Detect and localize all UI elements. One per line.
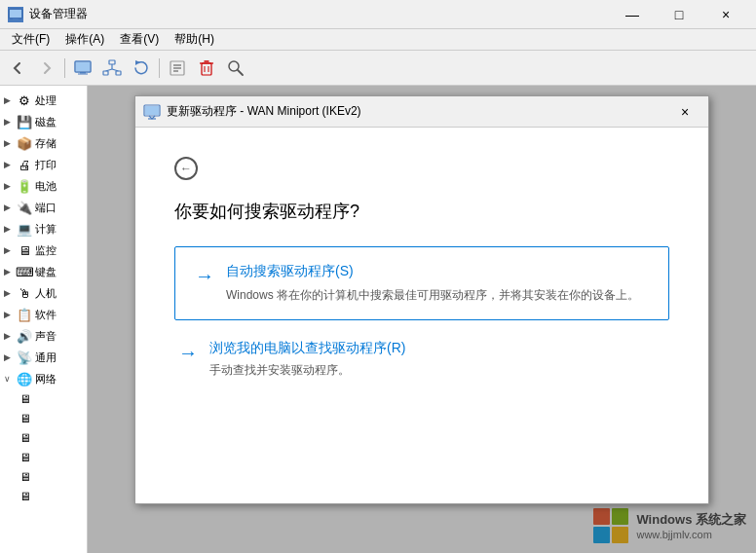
sidebar-item-human[interactable]: ▶ 🖱 人机 [0,282,87,304]
storage-icon: 📦 [16,134,33,152]
browse-option[interactable]: → 浏览我的电脑以查找驱动程序(R) 手动查找并安装驱动程序。 [174,340,669,379]
sidebar-item-label: 通用 [35,350,57,365]
sidebar-item-processors[interactable]: ▶ ⚙ 处理 [0,90,87,111]
close-button[interactable]: × [703,0,748,29]
dialog-question: 你要如何搜索驱动程序? [174,200,669,223]
modal-overlay: 更新驱动程序 - WAN Miniport (IKEv2) × ← 你要如何搜索… [88,86,756,553]
network-icon: 🌐 [16,370,33,387]
menu-help[interactable]: 帮助(H) [167,29,222,51]
expand-arrow: ▶ [4,160,16,169]
main-area: ▶ ⚙ 处理 ▶ 💾 磁盘 ▶ 📦 存储 ▶ 🖨 打印 ▶ 🔋 电池 ▶ 🔌 端… [0,86,756,553]
battery-icon: 🔋 [16,177,33,195]
sidebar-item-software[interactable]: ▶ 📋 软件 [0,304,87,325]
network-subitem-2[interactable]: 🖥 [16,409,87,428]
device-tree-sidebar: ▶ ⚙ 处理 ▶ 💾 磁盘 ▶ 📦 存储 ▶ 🖨 打印 ▶ 🔋 电池 ▶ 🔌 端… [0,86,88,553]
window-titlebar: 设备管理器 — □ × [0,0,756,29]
sidebar-item-label: 端口 [35,201,57,215]
network-subitem-6[interactable]: 🖥 [16,487,87,506]
expand-arrow: ▶ [4,267,16,276]
expand-arrow: ∨ [4,374,16,384]
expand-arrow: ▶ [4,224,16,234]
sidebar-item-battery[interactable]: ▶ 🔋 电池 [0,175,87,197]
back-arrow-icon: ← [174,157,198,180]
sidebar-item-label: 键盘 [35,265,57,279]
sidebar-item-label: 电池 [35,179,57,194]
toolbar-computer[interactable] [69,55,96,82]
expand-arrow: ▶ [4,288,16,298]
disk-icon: 💾 [16,113,33,130]
svg-rect-3 [11,20,20,22]
expand-arrow: ▶ [4,331,16,341]
sidebar-item-label: 存储 [35,136,57,151]
sidebar-item-label: 处理 [35,93,57,108]
svg-rect-8 [109,60,115,64]
svg-rect-5 [76,62,90,71]
network-subitem-5[interactable]: 🖥 [16,467,87,487]
svg-rect-7 [78,73,88,74]
print-icon: 🖨 [16,156,33,173]
svg-rect-6 [80,72,86,74]
svg-rect-19 [202,63,211,75]
sidebar-item-label: 打印 [35,158,57,172]
dialog-title: 更新驱动程序 - WAN Miniport (IKEv2) [167,103,669,120]
sidebar-item-label: 磁盘 [35,115,57,129]
dialog-titlebar: 更新驱动程序 - WAN Miniport (IKEv2) × [135,96,708,128]
menu-file[interactable]: 文件(F) [4,29,57,51]
expand-arrow: ▶ [4,117,16,127]
option2-arrow-icon: → [178,342,198,364]
svg-rect-27 [145,106,159,115]
network-subitem-3[interactable]: 🖥 [16,428,87,448]
sidebar-item-label: 软件 [35,308,57,322]
sidebar-item-disk[interactable]: ▶ 💾 磁盘 [0,111,87,132]
toolbar-network[interactable] [98,55,126,82]
right-content-area: 更新驱动程序 - WAN Miniport (IKEv2) × ← 你要如何搜索… [88,86,756,553]
expand-arrow: ▶ [4,352,16,362]
minimize-button[interactable]: — [610,0,655,29]
sidebar-item-network[interactable]: ∨ 🌐 网络 [0,368,87,389]
option2-content: 浏览我的电脑以查找驱动程序(R) 手动查找并安装驱动程序。 [209,340,405,379]
toolbar [0,51,756,86]
toolbar-separator-1 [64,58,65,78]
window-controls: — □ × [610,0,748,29]
window-title: 设备管理器 [29,6,610,22]
sidebar-item-sound[interactable]: ▶ 🔊 声音 [0,325,87,347]
toolbar-search[interactable] [222,55,249,82]
expand-arrow: ▶ [4,310,16,319]
sidebar-item-label: 网络 [35,372,57,387]
sidebar-item-keyboard[interactable]: ▶ ⌨ 键盘 [0,261,87,282]
auto-search-option[interactable]: → 自动搜索驱动程序(S) Windows 将在你的计算机中搜索最佳可用驱动程序… [174,246,669,320]
dialog-close-button[interactable]: × [669,98,700,126]
sidebar-item-storage[interactable]: ▶ 📦 存储 [0,132,87,154]
svg-line-25 [238,70,243,75]
toolbar-refresh[interactable] [128,55,155,82]
expand-arrow: ▶ [4,138,16,148]
expand-arrow: ▶ [4,181,16,191]
svg-rect-2 [13,18,19,20]
menu-action[interactable]: 操作(A) [57,29,112,51]
sidebar-item-ports[interactable]: ▶ 🔌 端口 [0,197,87,218]
toolbar-delete[interactable] [193,55,220,82]
menu-bar: 文件(F) 操作(A) 查看(V) 帮助(H) [0,29,756,51]
sidebar-item-monitor[interactable]: ▶ 🖥 监控 [0,240,87,261]
menu-view[interactable]: 查看(V) [112,29,167,51]
option1-description: Windows 将在你的计算机中搜索最佳可用驱动程序，并将其安装在你的设备上。 [226,286,639,304]
network-subitem-1[interactable]: 🖥 [16,389,87,409]
sidebar-item-general[interactable]: ▶ 📡 通用 [0,347,87,368]
human-icon: 🖱 [16,284,33,302]
option1-title: 自动搜索驱动程序(S) [226,263,639,280]
sidebar-item-label: 声音 [35,329,57,344]
toolbar-forward[interactable] [33,55,60,82]
sidebar-item-print[interactable]: ▶ 🖨 打印 [0,154,87,175]
toolbar-back[interactable] [4,55,31,82]
svg-rect-10 [116,71,121,75]
sidebar-item-computer[interactable]: ▶ 💻 计算 [0,218,87,240]
dialog-back-button[interactable]: ← [174,157,669,180]
maximize-button[interactable]: □ [657,0,701,29]
dialog-body: ← 你要如何搜索驱动程序? → 自动搜索驱动程序(S) Windows 将在你的… [135,128,708,408]
update-driver-dialog: 更新驱动程序 - WAN Miniport (IKEv2) × ← 你要如何搜索… [134,95,709,504]
network-subitem-4[interactable]: 🖥 [16,448,87,467]
expand-arrow: ▶ [4,245,16,255]
general-icon: 📡 [16,349,33,366]
svg-line-13 [112,69,119,71]
toolbar-properties[interactable] [164,55,191,82]
